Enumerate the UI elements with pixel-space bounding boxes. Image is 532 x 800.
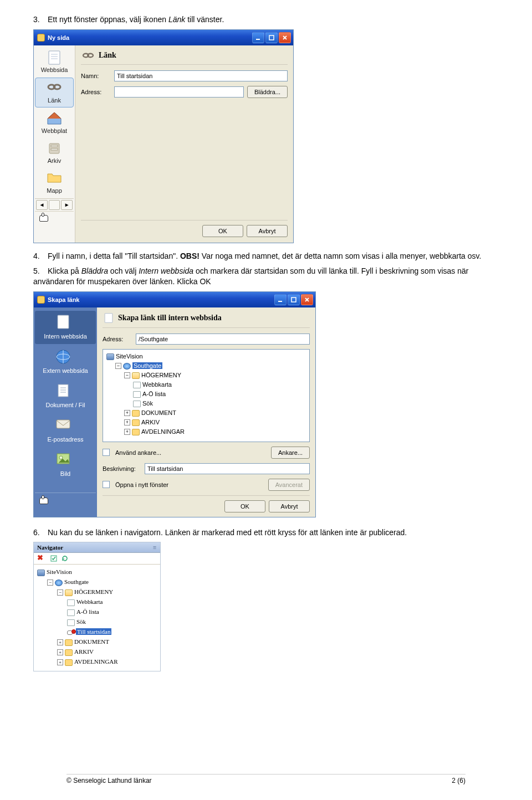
titlebar[interactable]: Ny sida	[34, 30, 293, 45]
sideitem-extern[interactable]: Extern webbsida	[35, 345, 96, 378]
checkbox-anchor[interactable]	[103, 449, 110, 456]
expand-icon[interactable]: +	[57, 649, 63, 655]
pane-title: Skapa länk till intern webbsida	[118, 314, 222, 322]
site-tree[interactable]: SiteVision −Southgate −HÖGERMENY Webbkar…	[103, 349, 310, 442]
collapse-icon[interactable]: −	[115, 363, 121, 369]
tree-node[interactable]: Webbkarta	[76, 598, 103, 605]
tree-node[interactable]: A-Ö lista	[142, 391, 166, 397]
tree-node[interactable]: A-Ö lista	[76, 608, 99, 615]
expand-icon[interactable]: +	[57, 659, 63, 665]
globe-icon	[123, 363, 131, 370]
tree-node[interactable]: HÖGERMENY	[141, 372, 181, 378]
tree-node[interactable]: Sök	[76, 618, 86, 625]
step-num: 6.	[33, 527, 48, 538]
delete-icon[interactable]: ✖	[37, 555, 45, 562]
input-address[interactable]	[114, 86, 244, 98]
page-icon	[133, 391, 141, 398]
globe-icon	[55, 580, 63, 586]
minimize-button[interactable]	[274, 294, 287, 305]
browse-button[interactable]: Bläddra...	[247, 86, 288, 98]
sideitem-link[interactable]: Länk	[35, 78, 74, 107]
folder-icon	[132, 419, 140, 426]
tool-icon[interactable]	[50, 555, 58, 562]
label-address: Adress:	[81, 89, 111, 95]
ok-button[interactable]: OK	[224, 500, 265, 512]
svg-rect-15	[58, 315, 69, 329]
cancel-button[interactable]: Avbryt	[269, 500, 310, 512]
tree-node[interactable]: Southgate	[64, 578, 89, 585]
label-desc: Beskrivning:	[103, 465, 141, 472]
expand-icon[interactable]: +	[124, 419, 130, 425]
sideitem-doc[interactable]: Dokument / Fil	[35, 380, 96, 413]
sideitem-intern[interactable]: Intern webbsida	[35, 311, 96, 344]
tree-node[interactable]: Webbkarta	[142, 381, 172, 388]
tree-node[interactable]: AVDELNINGAR	[74, 658, 118, 665]
folder-icon	[45, 171, 63, 186]
sideitem-arkiv[interactable]: Arkiv	[35, 139, 74, 167]
tree-node[interactable]: AVDELNINGAR	[141, 428, 185, 435]
expand-icon[interactable]: +	[124, 410, 130, 416]
page-icon	[103, 312, 115, 324]
footer-right: 2 (6)	[452, 777, 466, 784]
input-address[interactable]	[136, 334, 310, 345]
navigator-header[interactable]: Navigator ≡	[34, 542, 160, 553]
refresh-icon[interactable]	[61, 555, 69, 562]
advanced-button[interactable]: Avancerat	[268, 479, 310, 491]
sideitem-webbsida[interactable]: Webbsida	[35, 48, 74, 76]
scroll-left-button[interactable]: ◄	[36, 200, 48, 210]
tree-node[interactable]: SiteVision	[116, 353, 143, 360]
maximize-button[interactable]	[265, 32, 278, 43]
t: Klicka på	[48, 266, 81, 275]
tree-node[interactable]: Sök	[142, 400, 153, 407]
expand-icon[interactable]: +	[57, 639, 63, 645]
dialog-main: Skapa länk till intern webbsida Adress: …	[97, 307, 315, 517]
scroll-thumb[interactable]	[49, 200, 60, 210]
expand-icon[interactable]: +	[124, 429, 130, 435]
dialog-title: Skapa länk	[48, 296, 274, 303]
sideitem-bild[interactable]: Bild	[35, 448, 96, 481]
checkbox-newwin[interactable]	[103, 481, 110, 488]
navigator-tree[interactable]: SiteVision −Southgate −HÖGERMENY Webbkar…	[34, 565, 160, 671]
folder-icon	[132, 429, 140, 435]
svg-rect-13	[278, 301, 282, 302]
ok-button[interactable]: OK	[202, 225, 243, 237]
minimize-button[interactable]	[252, 32, 264, 43]
cancel-button[interactable]: Avbryt	[247, 225, 288, 237]
folder-icon	[65, 639, 73, 646]
input-desc[interactable]	[145, 463, 310, 474]
collapse-icon[interactable]: −	[47, 580, 53, 586]
tree-node[interactable]: HÖGERMENY	[74, 588, 113, 595]
tree-node[interactable]: DOKUMENT	[74, 638, 109, 645]
sideitem-mapp[interactable]: Mapp	[35, 168, 74, 197]
close-button[interactable]	[301, 294, 313, 305]
maximize-button[interactable]	[288, 294, 300, 305]
tree-node[interactable]: ARKIV	[74, 648, 94, 655]
svg-rect-9	[51, 145, 58, 147]
close-button[interactable]	[279, 32, 291, 43]
tree-node[interactable]: SiteVision	[47, 568, 72, 575]
tree-node-selected[interactable]: Till startsidan	[76, 628, 111, 635]
tree-node[interactable]: DOKUMENT	[141, 409, 176, 416]
collapse-icon[interactable]: −	[124, 372, 130, 378]
step-text-b: till vänster.	[185, 15, 224, 24]
svg-rect-18	[58, 384, 68, 397]
side-label: Mapp	[35, 187, 74, 194]
dialog-ny-sida: Ny sida Webbsida Länk Webbplat Arkiv	[33, 29, 294, 243]
menu-grip-icon[interactable]: ≡	[153, 544, 157, 551]
app-icon	[37, 34, 45, 42]
titlebar[interactable]: Skapa länk	[34, 292, 315, 307]
step-4: 4.Fyll i namn, i detta fall "Till starts…	[33, 251, 499, 261]
collapse-icon[interactable]: −	[57, 589, 63, 596]
unpublished-link-icon	[67, 629, 75, 636]
input-name[interactable]	[114, 70, 288, 81]
sideitem-webbplats[interactable]: Webbplat	[35, 109, 74, 137]
page-icon	[45, 50, 63, 65]
dialog-title: Ny sida	[48, 34, 252, 41]
label-address: Adress:	[103, 336, 132, 342]
sideitem-mail[interactable]: E-postadress	[35, 414, 96, 447]
scroll-right-button[interactable]: ►	[61, 200, 73, 210]
tree-node-selected[interactable]: Southgate	[132, 362, 162, 369]
tree-node[interactable]: ARKIV	[141, 419, 160, 425]
anchor-button[interactable]: Ankare...	[271, 447, 310, 459]
svg-rect-25	[105, 313, 112, 322]
